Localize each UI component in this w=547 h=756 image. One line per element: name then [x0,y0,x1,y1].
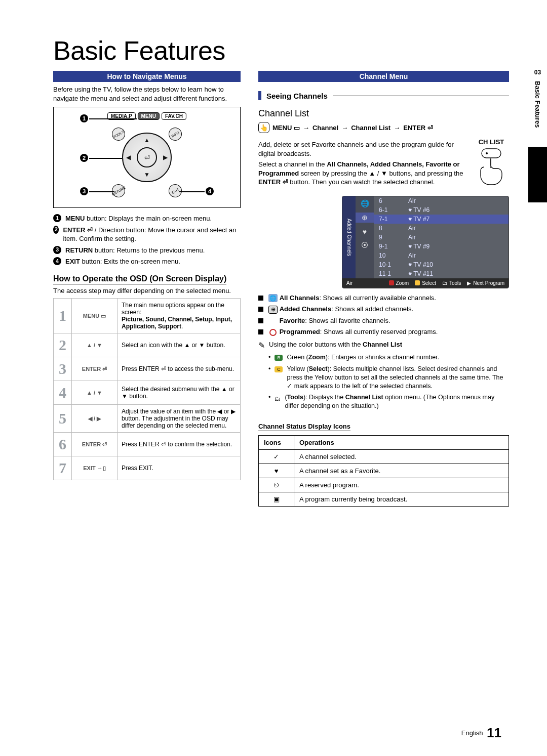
step-number: 7 [54,456,72,480]
channel-list-heading: Channel List [258,108,509,119]
dpad: ▲ ▼ ◀ ▶ ⏎ [122,133,172,182]
status-icons-table: Icons Operations ✓A channel selected.♥A … [258,435,509,507]
exit-corner-icon: EXIT [166,182,184,200]
section-tab: 03 Basic Features [528,66,547,147]
footer-lang: English [461,729,483,737]
color-buttons-list: •BGreen (Zoom): Enlarges or shrinks a ch… [268,353,509,410]
path-menu: MENU ▭ [272,124,300,132]
callout-4: 4 [206,187,214,195]
bullet-text: 🌐 All Channels: Shows all currently avai… [268,293,436,303]
step-button: ▲ / ▼ [72,333,118,357]
status-head-icons: Icons [259,436,294,450]
hand-icon: 👆 [258,122,269,133]
tools-icon: 🗂 [275,395,281,401]
legend-zoom: Zoom [396,280,409,286]
nav-intro: Before using the TV, follow the steps be… [53,85,241,103]
callout-text: MENU button: Displays the main on-screen… [65,214,212,223]
dpad-enter-icon: ⏎ [137,147,157,167]
step-number: 5 [54,405,72,433]
step-desc: Press EXIT. [118,456,241,480]
callout-text: RETURN button: Returns to the previous m… [65,246,205,255]
step-desc: Select an icon with the ▲ or ▼ button. [118,333,241,357]
legend-tools: Tools [449,280,461,286]
status-icons-heading: Channel Status Display Icons [258,423,350,431]
bullet-text: ⊕ Added Channels: Shows all added channe… [268,305,413,314]
bullet-icon [258,307,263,312]
remote-diagram: MEDIA.P MENU FAV.CH ▲ ▼ ◀ ▶ ⏎ TOOLS I [53,107,241,208]
remote-menu-btn: MENU [138,112,160,120]
channel-row: 6-1♥ TV #6 [374,205,509,215]
color-buttons-note: ✎ Using the color buttons with the Chann… [258,341,509,350]
return-corner-icon: RETURN [109,182,128,200]
channel-menu-bar: Channel Menu [258,71,509,82]
channel-row: 9Air [374,233,509,242]
pressing-hand-icon [476,148,507,185]
step-number: 1 [54,299,72,333]
chlist-desc2: Select a channel in the All Channels, Ad… [258,160,466,187]
step-number: 4 [54,381,72,405]
panel-category-icons: 🌐 ⊕ ♥ ⦿ [356,196,374,278]
status-head-ops: Operations [294,436,509,450]
section-number: 03 [528,69,547,76]
step-button: ENTER ⏎ [72,433,118,456]
step-desc: The main menu options appear on the scre… [118,299,241,333]
step-number: 3 [54,357,72,381]
note-icon: ✎ [258,341,265,350]
step-number: 6 [54,433,72,456]
callout-list: 1 MENU button: Displays the main on-scre… [53,214,241,266]
panel-footer-left: Air [346,280,353,286]
callout-bullet: 1 [53,214,61,222]
ch-list-label: CH LIST [474,138,509,146]
callout-text: ENTER ⏎ / Direction button: Move the cur… [63,226,241,243]
programmed-icon: ⦿ [361,241,368,249]
color-item-text: Yellow (Select): Selects multiple channe… [287,365,509,391]
status-op: A reserved program. [294,478,509,492]
bullet-icon [258,318,263,323]
callout-2: 2 [80,154,88,162]
path-enter: ENTER ⏎ [403,124,433,132]
seeing-channels-label: Seeing Channels [266,92,328,100]
callout-bullet: 2 [53,226,59,234]
bullet-text: ♥ Favorite: Shows all favorite channels. [268,316,390,325]
channel-list-panel: Added Channels 🌐 ⊕ ♥ ⦿ 6Air6-1♥ TV #67-1… [342,196,509,288]
dpad-right-icon: ▶ [163,154,168,161]
bullet-icon [258,296,263,301]
status-op: A channel selected. [294,450,509,464]
step-desc: Press ENTER ⏎ to access the sub-menu. [118,357,241,381]
page-footer: English 11 [461,725,501,741]
channel-row: 8Air [374,224,509,233]
step-button: ▲ / ▼ [72,381,118,405]
yellow-button-icon: C [275,366,283,372]
panel-footer: Air Zoom Select 🗂Tools ▶Next Program [342,278,509,288]
channel-row: 11-1♥ TV #11 [374,269,509,278]
channel-row: 7-1♥ TV #7 [374,215,509,224]
status-icon: ✓ [259,450,294,464]
svg-point-1 [486,152,488,154]
channel-category-list: 🌐 All Channels: Shows all currently avai… [258,293,509,337]
callout-1: 1 [80,114,88,122]
osd-note: The access step may differ depending on … [53,286,241,296]
step-desc: Press ENTER ⏎ to confirm the selection. [118,433,241,456]
seeing-channels-heading: Seeing Channels [258,91,509,100]
panel-tab: Added Channels [342,196,356,278]
added-channels-icon: ⊕ [356,213,374,223]
green-button-icon: B [275,355,283,361]
color-item-text: (Tools): Displays the Channel List optio… [285,393,509,410]
dpad-left-icon: ◀ [126,154,131,161]
osd-step-table: 1 MENU ▭ The main menu options appear on… [53,298,241,480]
legend-select: Select [422,280,436,286]
color-item-text: Green (Zoom): Enlarges or shrinks a chan… [287,353,439,362]
status-icon: ⏲ [259,478,294,492]
menu-path: 👆 MENU ▭ → Channel → Channel List → ENTE… [258,122,509,133]
path-channel: Channel [312,124,338,132]
bullet-icon [258,329,263,334]
channel-row: 10-1♥ TV #10 [374,260,509,269]
status-icon: ▣ [259,492,294,507]
dpad-down-icon: ▼ [144,171,150,178]
osd-heading: How to Operate the OSD (On Screen Displa… [53,274,226,284]
nav-menus-bar: How to Navigate Menus [53,71,241,82]
callout-text: EXIT button: Exits the on-screen menu. [65,257,180,266]
step-button: ◀ / ▶ [72,405,118,433]
step-desc: Adjust the value of an item with the ◀ o… [118,405,241,433]
step-number: 2 [54,333,72,357]
